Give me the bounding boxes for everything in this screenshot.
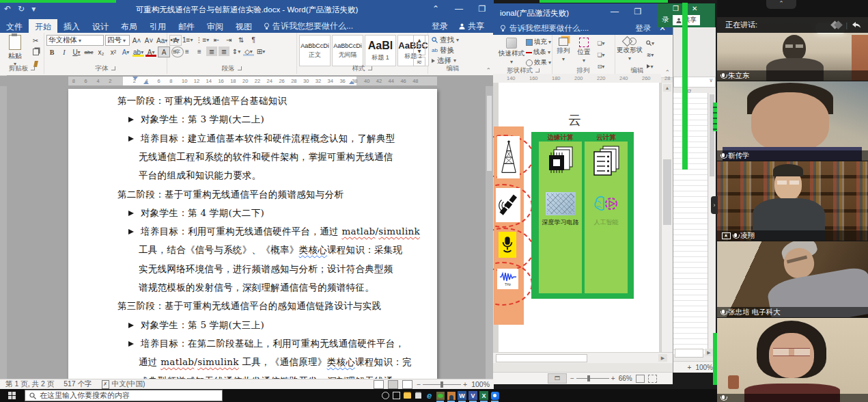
collapse-ribbon-button[interactable]: ⌃: [486, 67, 491, 74]
bullets-button[interactable]: •≡▾: [169, 35, 180, 44]
sheet-tab-fragment[interactable]: [675, 349, 703, 358]
replace-button[interactable]: ab 替换: [432, 45, 459, 55]
scrollbar-thumb[interactable]: [487, 96, 492, 171]
word-tab-8[interactable]: 视图: [229, 19, 258, 33]
italic-button[interactable]: I: [59, 47, 70, 57]
bring-forward-button[interactable]: ❏▾: [596, 38, 606, 48]
align-center-button[interactable]: ≡: [182, 46, 193, 56]
arrange-button[interactable]: 排列▾: [554, 38, 573, 62]
decrease-indent-button[interactable]: ⇤: [211, 35, 222, 44]
align-right-button[interactable]: ≡: [194, 46, 205, 56]
proofing-errors-icon[interactable]: ✗: [102, 380, 109, 389]
minimize-button[interactable]: —: [447, 0, 471, 18]
right-indent-marker[interactable]: [349, 81, 354, 84]
styles-scroll-up[interactable]: ▴: [413, 35, 425, 44]
word-tab-0[interactable]: 文件: [0, 19, 29, 33]
word-tab-5[interactable]: 引用: [143, 19, 172, 33]
visio-tellme-box[interactable]: 告诉我您想要做什么....: [509, 23, 589, 34]
underline-button[interactable]: U▾: [71, 47, 82, 57]
excel-zoom-plus[interactable]: +: [688, 364, 692, 371]
excel-grid[interactable]: [673, 93, 708, 354]
tell-me-box[interactable]: 告诉我您想要做什么...: [258, 19, 359, 33]
numbering-button[interactable]: 1≡▾: [182, 35, 193, 44]
shape-styles-dialog-launcher[interactable]: [535, 68, 540, 72]
fit-page-button[interactable]: [636, 375, 645, 383]
excel-signin-link[interactable]: 录: [662, 15, 669, 25]
word-tab-1[interactable]: 开始: [29, 19, 57, 33]
excel-vertical-scrollbar[interactable]: [709, 93, 715, 354]
subscript-button[interactable]: x₂: [96, 47, 107, 57]
panel-collapse-button[interactable]: ⌃: [766, 0, 796, 9]
send-backward-button[interactable]: ❏▾: [596, 50, 606, 59]
reply-arrow-icon[interactable]: [852, 21, 861, 29]
cut-button[interactable]: ✂: [30, 36, 41, 45]
visio-signin-link[interactable]: 登录: [635, 23, 651, 34]
font-dialog-launcher[interactable]: [111, 66, 115, 70]
video-tile-5[interactable]: [717, 318, 868, 402]
visio-maximize-button[interactable]: ❐: [626, 3, 649, 20]
whole-page-view-icon[interactable]: 🗖: [548, 373, 567, 384]
style-card-0[interactable]: AaBbCcDi正文: [299, 35, 331, 66]
video-tile-2[interactable]: 靳传学: [717, 81, 868, 161]
taskbar-icon-task-view[interactable]: [392, 391, 401, 400]
signin-link[interactable]: 登录: [432, 21, 448, 32]
word-count[interactable]: 517 个字: [64, 379, 92, 389]
styles-dialog-launcher[interactable]: [368, 66, 372, 70]
taskbar-icon-tencent-meeting[interactable]: [490, 391, 499, 400]
sort-button[interactable]: ⇅: [236, 35, 247, 44]
word-tab-6[interactable]: 邮件: [172, 19, 201, 33]
font-color-button[interactable]: A▾: [145, 47, 156, 57]
taskbar-icon-store[interactable]: [414, 391, 423, 400]
word-tab-2[interactable]: 插入: [57, 19, 86, 33]
taskbar-icon-visio[interactable]: V: [468, 391, 477, 400]
hanging-indent-marker[interactable]: [143, 81, 149, 84]
print-layout-button[interactable]: [388, 380, 398, 389]
cloud-computing-column[interactable]: 人工智能: [585, 142, 628, 293]
excel-close-button[interactable]: ✕: [692, 5, 697, 12]
justify-button[interactable]: ≣: [206, 46, 217, 56]
read-mode-button[interactable]: [374, 380, 384, 389]
page-indicator[interactable]: 第 1 页, 共 2 页: [5, 379, 54, 389]
visio-canvas[interactable]: 云 THz 边缘计算 云计算: [493, 83, 661, 356]
taskbar-icon-cortana[interactable]: [381, 391, 390, 400]
line-spacing-button[interactable]: ⇕▾: [231, 46, 242, 56]
waveform-icon[interactable]: THz: [497, 269, 518, 289]
visio-ruler[interactable]: 14016018020022024026028: [493, 74, 661, 83]
visio-zoom-level[interactable]: 66%: [619, 375, 632, 382]
bold-button[interactable]: B: [46, 47, 57, 57]
quick-styles-button[interactable]: 快速样式▾: [497, 38, 526, 65]
visio-horizontal-scrollbar[interactable]: ▶: [493, 352, 673, 363]
visio-zoom-slider[interactable]: −+: [570, 375, 615, 382]
sheet-scroll-arrow[interactable]: ▶: [705, 349, 713, 356]
superscript-button[interactable]: x²: [108, 47, 119, 57]
document-page[interactable]: 第一阶段：可重构无线通信平台基础知识对象学生：第 3 学期(大二上)培养目标：建…: [68, 89, 437, 379]
taskbar-icon-excel[interactable]: X: [479, 391, 488, 400]
video-tile-3[interactable]: 凌翔: [717, 161, 868, 241]
font-name-combo[interactable]: 华文楷体▾: [46, 35, 104, 46]
fit-width-button[interactable]: [648, 375, 657, 383]
zoom-level[interactable]: 100%: [471, 380, 490, 388]
style-card-2[interactable]: AaBl标题 1: [365, 35, 396, 66]
paragraph-dialog-launcher[interactable]: [238, 66, 242, 70]
grow-font-button[interactable]: A˄: [131, 36, 142, 45]
maximize-button[interactable]: ❐: [471, 0, 494, 18]
style-card-1[interactable]: AaBbCcDi无间隔: [332, 35, 363, 66]
clipboard-dialog-launcher[interactable]: [31, 66, 35, 70]
visio-minimize-button[interactable]: —: [603, 3, 626, 20]
layers-button[interactable]: ≋▾: [645, 50, 656, 59]
word-tab-4[interactable]: 布局: [115, 19, 143, 33]
find-button[interactable]: 查找▾: [432, 35, 459, 45]
position-button[interactable]: 位置▾: [574, 38, 593, 64]
increase-indent-button[interactable]: ⇥: [223, 35, 234, 44]
taskbar-icon-edge[interactable]: e: [425, 391, 434, 400]
scrollbar-thumb[interactable]: [496, 354, 587, 362]
word-tab-3[interactable]: 设计: [86, 19, 115, 33]
styles-scroll-down[interactable]: ▾: [413, 46, 425, 55]
first-line-indent-marker[interactable]: [132, 77, 138, 80]
align-left-button[interactable]: ≡: [169, 46, 180, 56]
copy-button[interactable]: [30, 47, 41, 57]
formula-bar-fragment[interactable]: ∨: [673, 77, 716, 88]
excel-maximize-button[interactable]: ❐: [673, 5, 679, 12]
show-marks-button[interactable]: ¶: [248, 35, 259, 44]
web-layout-button[interactable]: [402, 380, 412, 389]
